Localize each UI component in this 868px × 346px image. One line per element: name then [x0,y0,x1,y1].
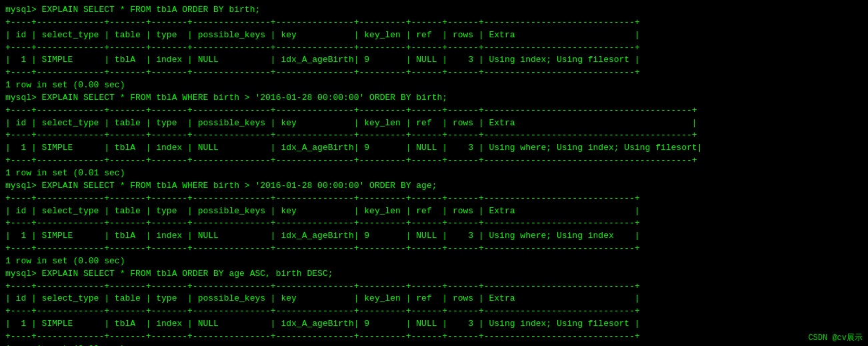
q1-sep3: +----+-------------+-------+-------+----… [5,67,863,79]
q4-prompt: mysql> EXPLAIN SELECT * FROM tblA ORDER … [5,268,863,281]
q3-result: 1 row in set (0.00 sec) [5,255,863,268]
q3-row1: | 1 | SIMPLE | tblA | index | NULL | idx… [5,230,863,243]
q4-row1: | 1 | SIMPLE | tblA | index | NULL | idx… [5,318,863,331]
q4-result: 1 row in set (0.00 sec) [5,343,863,346]
q3-sep3: +----+-------------+-------+-------+----… [5,243,863,255]
q4-sep2: +----+-------------+-------+-------+----… [5,305,863,318]
q2-result: 1 row in set (0.01 sec) [5,167,863,180]
q1-result: 1 row in set (0.00 sec) [5,79,863,92]
q1-sep1: +----+-------------+-------+-------+----… [5,17,863,29]
q1-header: | id | select_type | table | type | poss… [5,29,863,42]
q2-sep2: +----+-------------+-------+-------+----… [5,129,863,142]
q2-row1: | 1 | SIMPLE | tblA | index | NULL | idx… [5,142,863,155]
q3-prompt: mysql> EXPLAIN SELECT * FROM tblA WHERE … [5,180,863,193]
q2-header: | id | select_type | table | type | poss… [5,117,863,130]
watermark: CSDN @cv展示 [808,332,863,343]
q2-sep1: +----+-------------+-------+-------+----… [5,105,863,117]
q3-sep2: +----+-------------+-------+-------+----… [5,217,863,230]
q2-prompt: mysql> EXPLAIN SELECT * FROM tblA WHERE … [5,92,863,105]
q3-sep1: +----+-------------+-------+-------+----… [5,193,863,205]
q1-prompt: mysql> EXPLAIN SELECT * FROM tblA ORDER … [5,4,863,17]
q3-header: | id | select_type | table | type | poss… [5,205,863,218]
q1-row1: | 1 | SIMPLE | tblA | index | NULL | idx… [5,54,863,67]
q1-sep2: +----+-------------+-------+-------+----… [5,42,863,55]
terminal: mysql> EXPLAIN SELECT * FROM tblA ORDER … [5,4,863,346]
q4-sep1: +----+-------------+-------+-------+----… [5,281,863,293]
q4-header: | id | select_type | table | type | poss… [5,293,863,305]
q2-sep3: +----+-------------+-------+-------+----… [5,155,863,167]
q4-sep3: +----+-------------+-------+-------+----… [5,331,863,343]
